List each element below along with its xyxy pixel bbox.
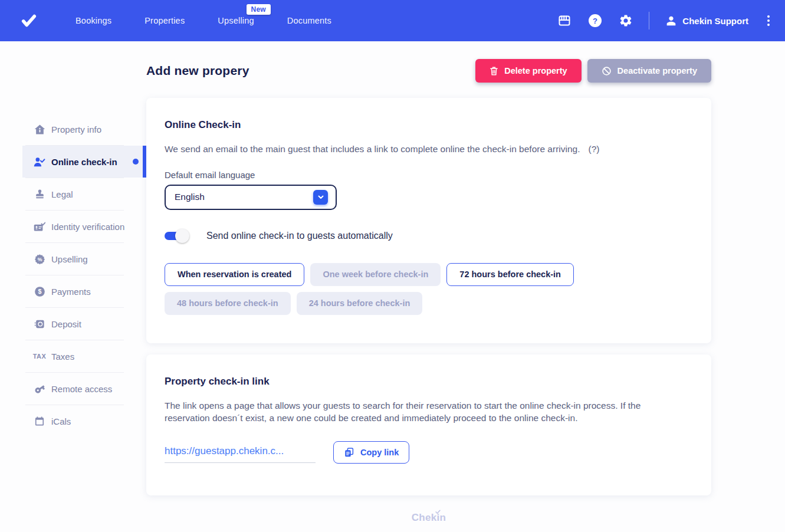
schedule-option-24-hours[interactable]: 24 hours before check-in bbox=[297, 292, 423, 315]
chekin-logo-icon[interactable] bbox=[20, 12, 38, 29]
property-checkin-link-card: Property check-in link The link opens a … bbox=[146, 354, 711, 495]
coin-icon bbox=[34, 318, 45, 330]
sidebar-item-label: Identity verification bbox=[51, 222, 124, 232]
house-info-icon bbox=[34, 123, 45, 135]
wordmark-check-icon bbox=[435, 510, 441, 514]
page-title: Add new propery bbox=[146, 64, 249, 78]
sidebar-item-identity-verification[interactable]: Identity verification bbox=[22, 211, 146, 242]
online-checkin-title: Online Check-in bbox=[165, 119, 692, 131]
copy-link-button[interactable]: Copy link bbox=[333, 441, 409, 464]
page-header: Add new propery Delete property Deactiva… bbox=[146, 59, 711, 83]
language-field-label: Default email language bbox=[165, 170, 692, 180]
schedule-option-when-created[interactable]: When reservation is created bbox=[165, 263, 304, 286]
auto-send-toggle[interactable] bbox=[165, 229, 190, 243]
deactivate-property-button[interactable]: Deactivate property bbox=[587, 59, 711, 83]
key-icon bbox=[34, 383, 45, 395]
schedule-option-one-week[interactable]: One week before check-in bbox=[310, 263, 441, 286]
stamp-icon bbox=[34, 188, 45, 200]
active-item-bar bbox=[143, 146, 146, 178]
block-icon bbox=[602, 66, 612, 76]
sidebar-item-property-info[interactable]: Property info bbox=[22, 113, 146, 145]
help-icon[interactable]: ? bbox=[587, 13, 603, 28]
sidebar-item-label: Online check-in bbox=[51, 157, 117, 167]
checkin-link-title: Property check-in link bbox=[165, 376, 692, 387]
nav-bookings[interactable]: Bookings bbox=[75, 16, 111, 25]
tax-icon: TAX bbox=[34, 350, 45, 362]
nav-upselling-label: Upselling bbox=[218, 16, 254, 25]
online-checkin-description: We send an email to the main guest that … bbox=[165, 144, 580, 154]
unsaved-indicator-dot bbox=[133, 159, 139, 165]
toggle-knob bbox=[175, 229, 189, 243]
sidebar-item-icals[interactable]: iCals bbox=[22, 405, 146, 437]
trash-icon bbox=[490, 66, 498, 76]
svg-text:%: % bbox=[37, 256, 42, 262]
sidebar-item-label: Property info bbox=[51, 124, 101, 134]
sidebar-item-upselling[interactable]: % Upselling bbox=[22, 243, 146, 275]
sidebar-item-deposit[interactable]: Deposit bbox=[22, 308, 146, 340]
copy-link-label: Copy link bbox=[360, 448, 399, 457]
id-card-check-icon bbox=[34, 221, 45, 232]
auto-send-toggle-label: Send online check-in to guests automatic… bbox=[206, 231, 393, 241]
checkin-link-description: The link opens a page that allows your g… bbox=[165, 400, 654, 425]
copy-icon bbox=[344, 447, 354, 458]
online-checkin-card: Online Check-in We send an email to the … bbox=[146, 98, 711, 343]
sidebar-item-taxes[interactable]: TAX Taxes bbox=[22, 340, 146, 372]
deactivate-property-label: Deactivate property bbox=[618, 66, 697, 75]
marketplace-icon[interactable] bbox=[557, 13, 572, 28]
chevron-down-icon bbox=[313, 190, 328, 205]
topbar: Bookings Properties Upselling New Docume… bbox=[0, 0, 785, 41]
sidebar-item-label: Taxes bbox=[51, 352, 74, 362]
user-name: Chekin Support bbox=[682, 16, 748, 26]
schedule-options: When reservation is created One week bef… bbox=[165, 263, 692, 315]
sidebar-item-label: Payments bbox=[51, 287, 91, 297]
main-content: Online Check-in We send an email to the … bbox=[146, 98, 711, 532]
email-language-select[interactable]: English bbox=[165, 185, 337, 210]
delete-property-label: Delete property bbox=[504, 66, 567, 75]
new-badge: New bbox=[247, 4, 271, 15]
person-check-icon bbox=[34, 156, 45, 168]
chekin-wordmark-text: Chekin bbox=[412, 512, 446, 523]
user-icon bbox=[665, 14, 678, 27]
chekin-wordmark: Chekin bbox=[412, 512, 446, 524]
sidebar-item-label: Upselling bbox=[51, 254, 88, 264]
nav-upselling[interactable]: Upselling New bbox=[218, 16, 254, 25]
sidebar-item-remote-access[interactable]: Remote access bbox=[22, 373, 146, 405]
dollar-circle-icon: $ bbox=[34, 285, 45, 297]
footer: Chekin bbox=[146, 512, 711, 532]
kebab-menu-icon[interactable] bbox=[764, 13, 773, 28]
sidebar-item-label: Legal bbox=[51, 189, 73, 199]
nav-documents[interactable]: Documents bbox=[287, 16, 331, 25]
svg-text:$: $ bbox=[38, 288, 41, 295]
sidebar-item-legal[interactable]: Legal bbox=[22, 178, 146, 210]
calendar-icon bbox=[34, 415, 45, 427]
topbar-divider bbox=[649, 12, 649, 29]
sidebar-item-label: iCals bbox=[51, 416, 71, 426]
settings-gear-icon[interactable] bbox=[618, 13, 633, 28]
property-checkin-url[interactable]: https://guestapp.chekin.c... bbox=[165, 445, 316, 463]
percent-badge-icon: % bbox=[34, 253, 45, 265]
sidebar-item-payments[interactable]: $ Payments bbox=[22, 275, 146, 307]
delete-property-button[interactable]: Delete property bbox=[475, 59, 581, 83]
user-menu[interactable]: Chekin Support bbox=[665, 14, 748, 27]
svg-text:?: ? bbox=[593, 17, 597, 25]
nav-properties[interactable]: Properties bbox=[144, 16, 185, 25]
schedule-option-72-hours[interactable]: 72 hours before check-in bbox=[446, 263, 574, 286]
help-hint-link[interactable]: (?) bbox=[589, 144, 600, 154]
email-language-value: English bbox=[175, 192, 205, 202]
main-nav: Bookings Properties Upselling New Docume… bbox=[75, 16, 331, 25]
sidebar-item-online-checkin[interactable]: Online check-in bbox=[22, 146, 146, 178]
sidebar-item-label: Deposit bbox=[51, 319, 81, 329]
schedule-option-48-hours[interactable]: 48 hours before check-in bbox=[165, 292, 291, 315]
sidebar-item-label: Remote access bbox=[51, 384, 112, 394]
property-settings-sidebar: Property info Online check-in Legal bbox=[0, 98, 146, 532]
